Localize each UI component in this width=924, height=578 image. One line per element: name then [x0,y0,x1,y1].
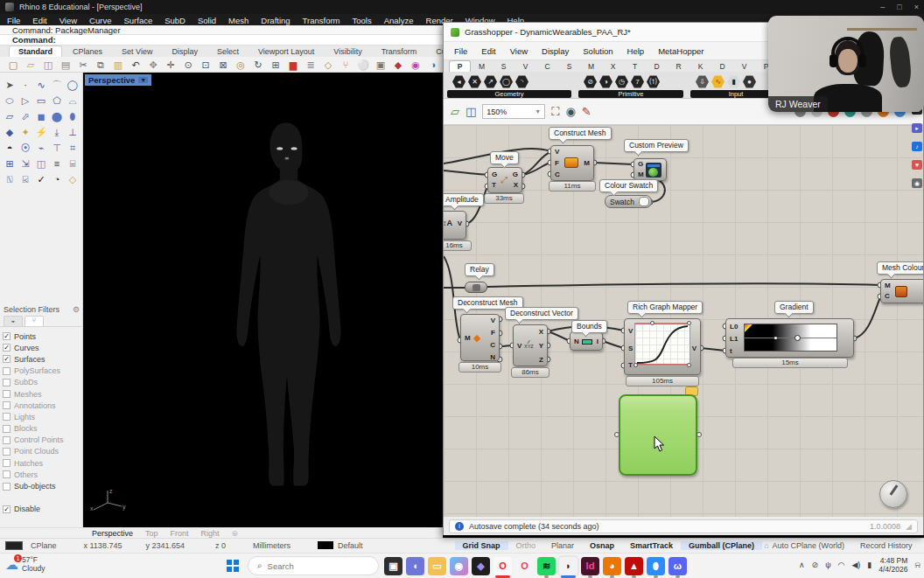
toggle-ortho[interactable]: Ortho [508,541,544,550]
object-snap-icon[interactable]: ◇ [322,59,334,71]
ellipse-tool[interactable]: ⬭ [3,94,17,108]
menu-transform[interactable]: Transform [303,16,340,25]
fillet-tool[interactable]: ◓ [3,141,17,155]
viewport-tab-front[interactable]: Front [171,529,189,538]
shaded-sphere-icon[interactable]: ◑ [427,59,439,71]
task-view-icon[interactable]: ▣ [384,557,402,575]
print-icon[interactable]: ▤ [60,59,72,71]
tab-mesh[interactable]: M [580,61,602,72]
mic-icon[interactable]: ψ [825,561,830,569]
menu-subd[interactable]: SubD [164,16,186,25]
split-tool[interactable]: ⚡ [34,125,48,139]
sphere-tool[interactable]: ⬤ [50,109,64,123]
toggle-icon[interactable]: ▮ [727,75,740,88]
copy-icon[interactable]: ⧉ [94,59,107,71]
mirror-tool[interactable]: ◫ [34,157,48,171]
light-icon[interactable]: ⚪ [357,59,369,71]
geometry-param-icon[interactable]: ◝ [515,75,528,88]
trim-tool[interactable]: ⤓ [50,125,64,139]
array-tool[interactable]: ⌗ [66,141,80,155]
move-icon[interactable]: ✛ [164,59,177,71]
volume-icon[interactable]: ◀) [851,561,860,569]
circle-param-icon[interactable]: ◯ [500,75,513,88]
tab-params[interactable]: P [449,60,471,72]
filter-point-clouds[interactable]: Point Clouds [3,446,81,457]
filter-subds[interactable]: SubDs [3,377,81,388]
gh-node-graph-mapper[interactable]: V S T V [624,318,701,375]
toolbar-tab-display[interactable]: Display [163,46,206,57]
filter-sub-objects[interactable]: Sub-objects [3,480,81,491]
zoom-selected-icon[interactable]: ◎ [234,59,247,71]
gradient-grip-icon[interactable] [745,324,752,332]
weather-widget[interactable]: ☁1 57°F Cloudy [5,556,45,574]
gh-node-amplitude[interactable]: V ↕A [444,211,466,240]
default-layer-swatch[interactable] [318,541,333,549]
status-layer[interactable]: Default [336,541,371,550]
discord-icon[interactable]: ω [668,557,687,575]
gh-node-deconstruct-vector[interactable]: V X Y Z ⁄⁄XYZ [513,324,548,366]
filter-blocks[interactable]: Blocks [3,423,81,435]
menu-file[interactable]: File [7,16,20,25]
tab-v2[interactable]: V [733,61,755,72]
zoom-icon[interactable]: ⬮ [647,557,665,575]
color-wheel-icon[interactable]: ◉ [410,59,422,71]
checkbox-icon[interactable]: ✓ [3,355,10,363]
scale-tool[interactable]: ⇲ [18,157,32,171]
cut-icon[interactable]: ✂ [77,59,89,71]
checkbox-icon[interactable] [3,367,10,375]
curve-edit-tool[interactable]: ⌁ [34,141,48,155]
status-units[interactable]: Millimeters [234,541,298,550]
knob-icon[interactable]: ● [743,75,756,88]
number-param-icon[interactable]: ⑴ [647,75,660,88]
filter-tab-funnel[interactable]: ⑂ [24,316,44,326]
checkbox-icon[interactable] [3,470,10,478]
gh-save-icon[interactable]: ◫ [466,105,476,118]
pyramid-tool[interactable]: ◇ [66,172,80,186]
cylinder-tool[interactable]: ⬮ [66,109,80,123]
tab-vector[interactable]: V [514,61,536,72]
checkbox-icon[interactable] [3,379,10,386]
gh-node-relay[interactable] [465,282,487,293]
opera-icon[interactable]: O [494,557,512,575]
rhino-app-icon[interactable]: ◗ [559,557,578,575]
filter-control-points[interactable]: Control Points [3,435,81,446]
gh-menu-display[interactable]: Display [542,46,569,56]
menu-mesh[interactable]: Mesh [228,16,248,25]
orient-tool[interactable]: ⍃ [18,172,32,186]
plane-tool[interactable]: ◆ [3,125,17,139]
gear-icon[interactable]: ⚙ [73,305,80,314]
viewport-layout-icon[interactable]: ⊞ [270,59,282,71]
menu-solid[interactable]: Solid [198,16,216,25]
filter-hatches[interactable]: Hatches [3,457,81,469]
tab-intersect[interactable]: X [602,61,624,72]
zoom-icon[interactable]: ⊙ [182,59,194,71]
battery-icon[interactable]: ▮ [867,561,872,569]
heart-widget-icon[interactable]: ♥ [912,160,922,170]
curve-param-icon[interactable]: ↗ [484,75,497,88]
copilot-icon[interactable]: ◉ [450,557,468,575]
panel-output-nub[interactable] [696,432,702,437]
checkbox-icon[interactable] [3,436,10,444]
checkbox-icon[interactable]: ✓ [3,332,10,340]
menu-view[interactable]: View [60,16,77,25]
integer-param-icon[interactable]: 7 [631,75,644,88]
hatch-tool[interactable]: ⍂ [3,172,17,186]
viewport-title-pill[interactable]: Perspective ▼ [85,74,151,86]
perspective-viewport[interactable]: Perspective ▼ x y z [83,73,443,527]
filter-others[interactable]: Others [3,469,81,480]
tab-maths[interactable]: M [471,61,493,72]
menu-drafting[interactable]: Drafting [261,16,290,25]
gh-menu-metahopper[interactable]: MetaHopper [658,46,704,56]
lock-icon[interactable]: ▣ [374,59,387,71]
status-cplane[interactable]: CPlane [23,541,65,550]
checkbox-icon[interactable]: ✓ [3,344,10,352]
taskbar-clock[interactable]: 4:48 PM 4/4/2026 [878,556,907,574]
tab-rhino[interactable]: R [668,61,690,72]
gh-group-primitive[interactable]: Primitive [578,90,683,98]
circle-tool[interactable]: ◯ [66,78,80,92]
filter-points[interactable]: ✓Points [3,331,81,342]
checkbox-icon[interactable] [3,448,10,456]
gh-open-icon[interactable]: ▱ [451,105,459,118]
gh-menu-help[interactable]: Help [627,46,645,56]
toggle-record-history[interactable]: Record History [852,541,920,550]
